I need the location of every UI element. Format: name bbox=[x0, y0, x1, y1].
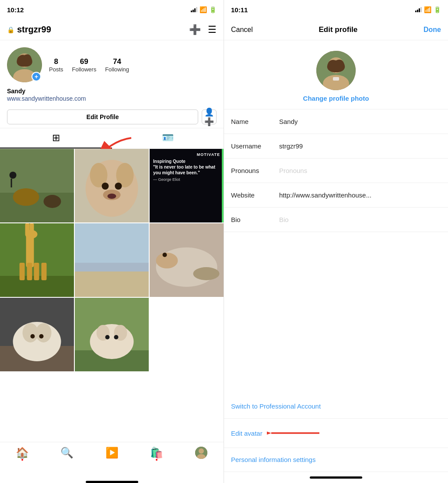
field-name[interactable]: Name Sandy bbox=[224, 109, 448, 134]
status-icons-right: 📶 🔋 bbox=[415, 6, 441, 13]
battery-icon-right: 🔋 bbox=[434, 6, 441, 13]
svg-rect-31 bbox=[75, 263, 149, 271]
add-person-icon: 👤➕ bbox=[202, 107, 216, 127]
tab-tagged[interactable]: 🪪 bbox=[112, 128, 224, 148]
links-section: Switch to Professional Account Edit avat… bbox=[224, 395, 448, 472]
edit-avatar-row[interactable]: Edit avatar bbox=[224, 419, 448, 448]
red-arrow-edit-avatar bbox=[267, 427, 324, 440]
svg-rect-25 bbox=[20, 263, 25, 280]
svg-point-8 bbox=[44, 195, 61, 208]
grid-cell-8[interactable] bbox=[75, 298, 149, 371]
field-bio[interactable]: Bio Bio bbox=[224, 208, 448, 232]
posts-count: 8 bbox=[54, 57, 58, 66]
tab-grid[interactable]: ⊞ bbox=[0, 128, 112, 148]
svg-rect-57 bbox=[333, 77, 339, 81]
signal-icon-right bbox=[415, 7, 422, 12]
photo-grid: ⧉ bbox=[0, 149, 224, 442]
field-website[interactable]: Website http://www.sandywrittenhouse... bbox=[224, 183, 448, 208]
field-pronouns[interactable]: Pronouns Pronouns bbox=[224, 159, 448, 183]
nav-home[interactable]: 🏠 bbox=[0, 447, 45, 459]
field-placeholder-bio[interactable]: Bio bbox=[279, 216, 441, 223]
svg-point-52 bbox=[199, 448, 204, 454]
tab-bar: ⊞ 🪪 bbox=[0, 128, 224, 149]
grid-cell-1[interactable]: ⧉ bbox=[0, 149, 74, 222]
field-placeholder-pronouns[interactable]: Pronouns bbox=[279, 167, 441, 174]
svg-point-24 bbox=[25, 230, 38, 239]
time-right: 10:11 bbox=[231, 6, 248, 14]
field-value-name[interactable]: Sandy bbox=[279, 118, 441, 125]
shop-icon: 🛍️ bbox=[150, 447, 163, 459]
field-label-username: Username bbox=[231, 142, 279, 150]
top-bar-icons: ➕ ☰ bbox=[189, 24, 217, 35]
add-post-icon[interactable]: ➕ bbox=[189, 24, 201, 35]
cancel-button[interactable]: Cancel bbox=[231, 26, 253, 34]
add-person-button[interactable]: 👤➕ bbox=[202, 109, 217, 124]
stats-row: 8 Posts 69 Followers 74 Following bbox=[49, 57, 129, 73]
add-story-button[interactable]: + bbox=[32, 72, 41, 81]
reels-icon: ▶️ bbox=[105, 447, 119, 459]
grid-cell-6[interactable] bbox=[150, 223, 224, 297]
edit-avatar-link[interactable]: Edit avatar bbox=[231, 430, 262, 437]
followers-label: Followers bbox=[72, 66, 97, 73]
field-value-website[interactable]: http://www.sandywrittenhouse... bbox=[279, 191, 441, 199]
profile-name: Sandy bbox=[7, 88, 217, 95]
field-value-username[interactable]: strgzr99 bbox=[279, 142, 441, 150]
top-bar-left: 🔒 strgzr99 ➕ ☰ bbox=[0, 19, 224, 40]
svg-point-18 bbox=[108, 194, 116, 199]
edit-profile-button[interactable]: Edit Profile bbox=[7, 109, 198, 124]
edit-avatar-container: Edit avatar bbox=[231, 427, 441, 440]
svg-point-41 bbox=[36, 323, 52, 342]
posts-label: Posts bbox=[49, 66, 63, 73]
field-username[interactable]: Username strgzr99 bbox=[224, 134, 448, 159]
nav-reels[interactable]: ▶️ bbox=[89, 447, 134, 459]
nav-profile[interactable] bbox=[179, 447, 224, 459]
done-button[interactable]: Done bbox=[424, 26, 441, 34]
followers-stat[interactable]: 69 Followers bbox=[72, 57, 97, 73]
change-photo-button[interactable]: Change profile photo bbox=[303, 95, 369, 102]
grid-icon: ⊞ bbox=[52, 132, 60, 144]
green-progress-bar bbox=[222, 149, 224, 222]
grid-cell-5[interactable] bbox=[75, 223, 149, 297]
menu-icon[interactable]: ☰ bbox=[208, 24, 217, 35]
photo-section: Change profile photo bbox=[224, 40, 448, 109]
grid-cell-3[interactable]: MOTIVATE Inspiring Quote"It is never too… bbox=[150, 149, 224, 222]
status-icons-left: 📶 🔋 bbox=[191, 6, 217, 13]
grid-cell-2[interactable] bbox=[75, 149, 149, 222]
motivate-author: — George Eliot bbox=[153, 177, 180, 182]
right-panel: 10:11 📶 🔋 Cancel Edit profile Done bbox=[224, 0, 448, 483]
wifi-icon: 📶 bbox=[200, 6, 207, 13]
svg-point-34 bbox=[156, 253, 178, 268]
svg-point-43 bbox=[39, 334, 44, 338]
tag-icon: 🪪 bbox=[162, 132, 174, 144]
following-count: 74 bbox=[113, 57, 121, 66]
switch-professional-row[interactable]: Switch to Professional Account bbox=[224, 395, 448, 419]
edit-profile-row: Edit Profile 👤➕ bbox=[0, 106, 224, 128]
grid-cell-4[interactable] bbox=[0, 223, 74, 297]
following-stat[interactable]: 74 Following bbox=[105, 57, 129, 73]
nav-search[interactable]: 🔍 bbox=[45, 447, 89, 459]
svg-point-15 bbox=[102, 183, 109, 190]
grid-cell-7[interactable] bbox=[0, 298, 74, 371]
motivate-label: MOTIVATE bbox=[197, 152, 220, 157]
profile-website[interactable]: www.sandywrittenhouse.com bbox=[7, 95, 86, 102]
search-icon: 🔍 bbox=[60, 447, 74, 459]
following-label: Following bbox=[105, 66, 129, 73]
time-left: 10:12 bbox=[7, 6, 24, 14]
username-text: strgzr99 bbox=[17, 25, 51, 35]
field-label-website: Website bbox=[231, 191, 279, 199]
nav-shop[interactable]: 🛍️ bbox=[134, 447, 179, 459]
wifi-icon-right: 📶 bbox=[424, 6, 431, 13]
nav-avatar bbox=[195, 447, 207, 459]
status-bar-right: 10:11 📶 🔋 bbox=[224, 0, 448, 19]
switch-professional-link[interactable]: Switch to Professional Account bbox=[231, 402, 321, 410]
personal-info-row[interactable]: Personal information settings bbox=[224, 448, 448, 472]
profile-info: Sandy www.sandywrittenhouse.com bbox=[0, 86, 224, 106]
home-indicator-left bbox=[86, 481, 138, 483]
svg-point-7 bbox=[13, 188, 39, 206]
bottom-nav: 🏠 🔍 ▶️ 🛍️ bbox=[0, 442, 224, 478]
svg-point-9 bbox=[10, 172, 17, 179]
battery-icon: 🔋 bbox=[209, 6, 217, 13]
svg-rect-28 bbox=[42, 263, 47, 280]
svg-point-36 bbox=[193, 267, 220, 280]
personal-info-link[interactable]: Personal information settings bbox=[231, 456, 315, 463]
